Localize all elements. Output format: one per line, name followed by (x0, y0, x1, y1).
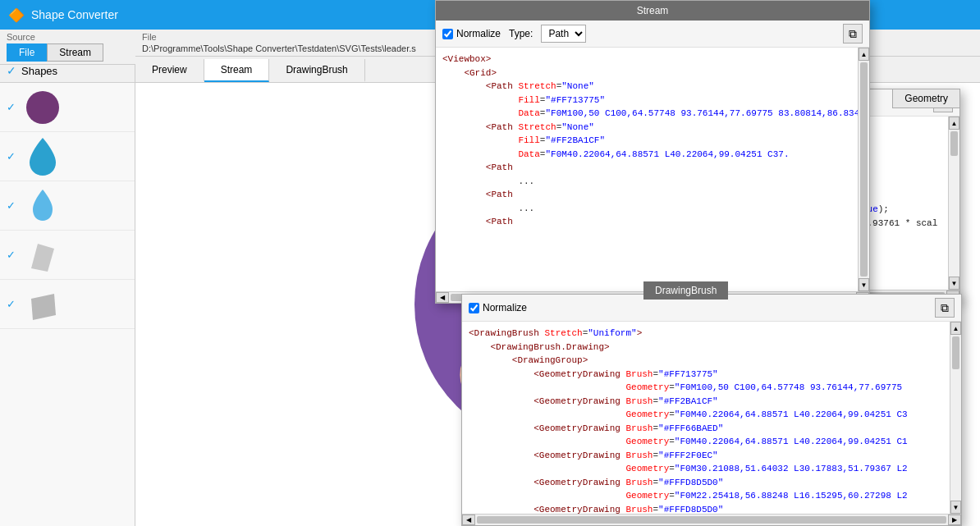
stream-button[interactable]: Stream (47, 43, 103, 62)
hscroll-left-btn[interactable]: ◀ (436, 292, 449, 303)
shape-preview (22, 235, 63, 276)
db-copy-button[interactable]: ⧉ (935, 298, 955, 318)
geo-scroll-up[interactable]: ▲ (949, 117, 959, 130)
shape-check-icon: ✓ (7, 101, 16, 113)
geo-scroll-track (949, 130, 959, 277)
shape-check-icon: ✓ (7, 199, 16, 212)
shape-check-icon: ✓ (7, 150, 16, 162)
shape-check-icon: ✓ (7, 298, 16, 310)
type-select[interactable]: Path (541, 25, 586, 43)
shape-preview (22, 136, 63, 177)
normalize-checkbox-group[interactable]: Normalize (442, 28, 501, 39)
svg-point-0 (26, 91, 59, 124)
file-button[interactable]: File (7, 43, 47, 62)
copy-button[interactable]: ⧉ (843, 24, 863, 43)
app-icon: 🔶 (8, 7, 25, 23)
stream-panel: Stream Normalize Type: Path ⧉ <Viewbox> … (435, 0, 870, 304)
scroll-thumb (860, 62, 868, 277)
shapes-label: Shapes (21, 65, 57, 77)
stream-toolbar: Normalize Type: Path ⧉ (436, 21, 869, 48)
shapes-panel: ✓ Shapes ✓ ✓ ✓ (0, 59, 135, 526)
geo-scroll-down[interactable]: ▼ (949, 277, 959, 290)
db-hscroll-thumb (477, 516, 946, 524)
scroll-up-btn[interactable]: ▲ (859, 48, 869, 61)
shape-preview (22, 185, 63, 226)
tab-preview[interactable]: Preview (135, 59, 204, 82)
geometry-tab-button[interactable]: Geometry (892, 89, 960, 108)
db-scroll-track (950, 335, 961, 501)
stream-title-bar: Stream (436, 1, 869, 21)
geo-scroll-thumb (950, 131, 958, 156)
shape-preview (22, 284, 63, 325)
file-label: File (142, 32, 416, 42)
db-hscroll-left[interactable]: ◀ (462, 515, 475, 525)
shape-preview (22, 87, 63, 128)
db-scroll-down[interactable]: ▼ (950, 501, 961, 514)
tab-stream[interactable]: Stream (204, 59, 270, 82)
drawingbrush-code[interactable]: <DrawingBrush Stretch="Uniform"> <Drawin… (462, 322, 950, 514)
list-item[interactable]: ✓ (0, 280, 135, 329)
shapes-list: ✓ ✓ ✓ (0, 83, 135, 526)
db-hscroll-right[interactable]: ▶ (948, 515, 961, 525)
db-scroll-up[interactable]: ▲ (950, 322, 961, 335)
db-normalize-checkbox-group[interactable]: Normalize (469, 302, 527, 313)
list-item[interactable]: ✓ (0, 231, 135, 280)
normalize-label: Normalize (456, 28, 501, 39)
db-scrollbar[interactable]: ▲ ▼ (950, 322, 961, 514)
source-group: Source File Stream (7, 32, 103, 62)
type-label: Type: (509, 28, 533, 39)
file-path: D:\Programme\Tools\Shape Converter\Testd… (142, 43, 416, 53)
db-normalize-label: Normalize (483, 302, 527, 313)
shapes-check-icon: ✓ (7, 64, 16, 77)
list-item[interactable]: ✓ (0, 83, 135, 132)
drawingbrush-panel: Normalize ⧉ <DrawingBrush Stretch="Unifo… (461, 294, 962, 526)
drawingbrush-tab-label[interactable]: DrawingBrush (643, 281, 728, 300)
shape-check-icon: ✓ (7, 249, 16, 261)
db-hscrollbar[interactable]: ◀ ▶ (462, 514, 961, 525)
stream-code[interactable]: <Viewbox> <Grid> <Path Stretch="None" Fi… (436, 48, 858, 291)
db-normalize-checkbox[interactable] (469, 303, 479, 313)
app-title: Shape Converter (31, 8, 118, 21)
source-label: Source (7, 32, 103, 42)
db-scroll-thumb (952, 336, 959, 369)
tab-drawingbrush[interactable]: DrawingBrush (269, 59, 364, 82)
scroll-down-btn[interactable]: ▼ (859, 278, 869, 291)
stream-scrollbar[interactable]: ▲ ▼ (858, 48, 869, 291)
normalize-checkbox[interactable] (442, 29, 453, 39)
list-item[interactable]: ✓ (0, 181, 135, 231)
geo-scrollbar[interactable]: ▲ ▼ (948, 117, 959, 290)
stream-title: Stream (637, 5, 669, 16)
list-item[interactable]: ✓ (0, 132, 135, 181)
